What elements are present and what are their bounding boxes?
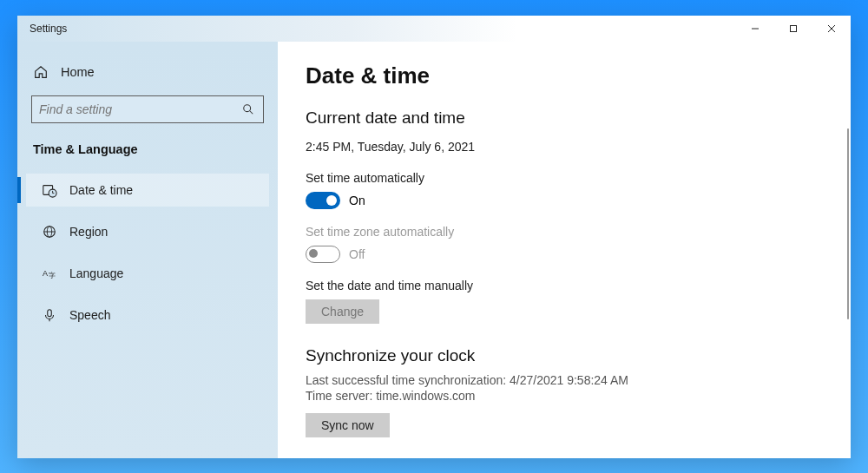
current-datetime-heading: Current date and time (306, 108, 833, 128)
auto-time-toggle-row: On (306, 192, 833, 209)
manual-datetime-label: Set the date and time manually (306, 279, 833, 292)
search-box[interactable] (31, 95, 264, 123)
sidebar-item-region[interactable]: Region (26, 215, 269, 248)
sidebar-item-speech[interactable]: Speech (26, 299, 269, 332)
auto-timezone-toggle-row: Off (306, 246, 833, 263)
close-button[interactable] (812, 16, 851, 42)
svg-text:字: 字 (49, 272, 56, 279)
svg-line-5 (250, 110, 253, 114)
microphone-icon (42, 307, 57, 323)
sync-now-button[interactable]: Sync now (306, 413, 390, 437)
settings-window: Settings Home (17, 16, 851, 458)
change-button: Change (306, 299, 379, 324)
svg-point-7 (49, 189, 56, 197)
sync-last: Last successful time synchronization: 4/… (306, 372, 833, 389)
home-icon (33, 64, 49, 80)
clock-calendar-icon (42, 182, 57, 198)
sidebar-home[interactable]: Home (26, 59, 269, 85)
page-title: Date & time (306, 62, 833, 89)
sidebar-item-date-time[interactable]: Date & time (26, 174, 269, 207)
svg-rect-15 (48, 309, 52, 316)
globe-icon (42, 224, 57, 240)
sync-server: Time server: time.windows.com (306, 388, 833, 404)
language-icon: A字 (42, 266, 57, 281)
maximize-button[interactable] (774, 16, 812, 42)
sidebar-home-label: Home (61, 65, 95, 79)
auto-time-state: On (349, 194, 365, 207)
search-input[interactable] (39, 102, 242, 116)
auto-timezone-label: Set time zone automatically (306, 225, 833, 239)
auto-time-label: Set time automatically (306, 171, 833, 185)
svg-point-4 (244, 104, 251, 111)
titlebar: Settings (17, 16, 851, 42)
svg-text:A: A (43, 268, 48, 277)
minimize-button[interactable] (736, 16, 774, 42)
sidebar-item-label: Speech (69, 308, 110, 322)
auto-time-toggle[interactable] (306, 192, 340, 209)
sidebar-category: Time & Language (26, 142, 269, 174)
window-controls (736, 16, 851, 42)
scrollbar[interactable] (847, 128, 849, 319)
auto-timezone-state: Off (349, 247, 365, 261)
sidebar-item-label: Region (69, 225, 108, 239)
current-datetime-value: 2:45 PM, Tuesday, July 6, 2021 (306, 140, 833, 154)
svg-rect-1 (791, 25, 797, 31)
sidebar: Home Time & Language Date & time Reg (17, 42, 278, 458)
window-title: Settings (30, 23, 67, 35)
sync-info: Last successful time synchronization: 4/… (306, 372, 833, 405)
sidebar-item-label: Language (69, 266, 123, 280)
auto-timezone-toggle (306, 246, 340, 263)
search-icon (242, 103, 256, 115)
sync-heading: Synchronize your clock (306, 346, 833, 365)
sidebar-item-language[interactable]: A字 Language (26, 257, 269, 290)
main-content: Date & time Current date and time 2:45 P… (278, 42, 851, 458)
sidebar-item-label: Date & time (69, 183, 133, 197)
